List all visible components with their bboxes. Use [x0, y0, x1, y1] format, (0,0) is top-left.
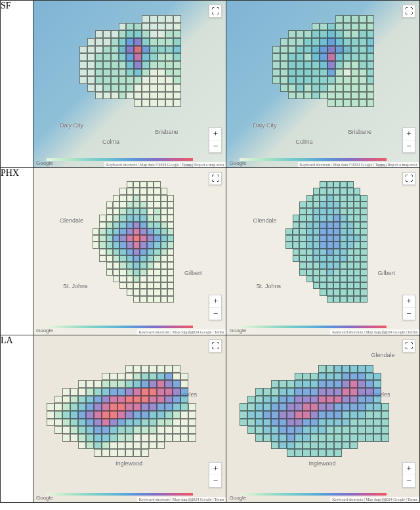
- heatmap-cell: [103, 61, 111, 69]
- heatmap-cell: [306, 255, 313, 262]
- heatmap-cell: [93, 249, 99, 255]
- fullscreen-button[interactable]: ⛶: [402, 339, 415, 352]
- heatmap-cell: [47, 449, 54, 457]
- heatmap-cell: [247, 380, 255, 388]
- heatmap-cell: [389, 411, 397, 419]
- heatmap-cell: [62, 419, 70, 427]
- heatmap-cell: [93, 202, 99, 208]
- heatmap-cell: [125, 396, 133, 404]
- fullscreen-button[interactable]: ⛶: [402, 5, 415, 18]
- heatmap-cell: [119, 76, 127, 84]
- heatmap-cell: [306, 188, 313, 194]
- zoom-in-button[interactable]: +: [403, 295, 415, 308]
- heatmap-cell: [272, 61, 280, 69]
- heatmap-cell: [389, 396, 397, 404]
- fullscreen-button[interactable]: ⛶: [209, 339, 222, 352]
- heatmap-cell: [188, 380, 196, 388]
- heatmap-cell: [279, 403, 287, 411]
- heatmap-cell: [296, 69, 304, 77]
- heatmap-cell: [140, 195, 146, 202]
- heatmap-cell: [125, 411, 133, 419]
- zoom-in-button[interactable]: +: [403, 463, 415, 475]
- heatmap-cell: [113, 188, 119, 194]
- heatmap-cell: [359, 92, 367, 100]
- heatmap-cell: [335, 38, 343, 46]
- heatmap-cell: [150, 53, 158, 61]
- city-label: St. Johns: [256, 283, 281, 289]
- heatmap-cell: [165, 380, 173, 388]
- heatmap-cell: [110, 411, 117, 419]
- heatmap-cell: [196, 411, 204, 419]
- heatmap-cell: [306, 181, 313, 188]
- heatmap-cell: [347, 208, 354, 215]
- zoom-out-button[interactable]: −: [209, 140, 221, 152]
- zoom-out-button[interactable]: −: [403, 475, 415, 487]
- heatmap-cell: [62, 373, 70, 381]
- heatmap-cell: [333, 269, 340, 276]
- heatmap-cell: [141, 449, 149, 457]
- heatmap-cell: [125, 373, 133, 381]
- heatmap-cell: [295, 419, 303, 427]
- heatmap-cell: [188, 449, 196, 457]
- heatmap-cell: [280, 23, 288, 31]
- heatmap-cell: [304, 99, 312, 107]
- heatmap-cell: [288, 76, 296, 84]
- heatmap-cell: [343, 69, 351, 77]
- heatmap-cell: [354, 242, 360, 248]
- heatmap-cell: [62, 426, 70, 434]
- heatmap-cell: [188, 403, 196, 411]
- heatmap-cell: [140, 282, 146, 289]
- heatmap-cell: [102, 426, 110, 434]
- heatmap-cell: [117, 388, 125, 396]
- heatmap-cell: [95, 84, 103, 92]
- heatmap-cell: [95, 76, 103, 84]
- heatmap-cell: [119, 289, 126, 295]
- heatmap-cell: [320, 92, 327, 100]
- heatmap-cell: [280, 30, 288, 38]
- heatmap-cell: [343, 23, 351, 31]
- heatmap-cell: [272, 23, 280, 31]
- heatmap-cell: [111, 92, 119, 100]
- heatmap-cell: [79, 99, 87, 107]
- heatmap-cell: [296, 84, 304, 92]
- fullscreen-button[interactable]: ⛶: [209, 5, 222, 18]
- heatmap-cell: [54, 380, 62, 388]
- heatmap-cell: [318, 449, 326, 457]
- zoom-in-button[interactable]: +: [403, 128, 415, 140]
- heatmap-cell: [134, 69, 142, 77]
- heatmap-cell: [78, 411, 86, 419]
- heatmap-cell: [180, 426, 188, 434]
- zoom-out-button[interactable]: −: [209, 475, 221, 487]
- heatmap-cell: [334, 411, 342, 419]
- zoom-out-button[interactable]: −: [403, 308, 415, 320]
- heatmap-cell: [287, 365, 295, 373]
- heatmap-cell: [263, 442, 271, 450]
- heatmap-cell: [47, 434, 54, 442]
- heatmap-cell: [285, 195, 292, 202]
- heatmap-cell: [285, 282, 292, 289]
- heatmap-cell: [354, 228, 360, 235]
- zoom-out-button[interactable]: −: [403, 140, 415, 152]
- heatmap-cell: [306, 242, 313, 248]
- heatmap-cell: [161, 262, 167, 268]
- heatmap-cell: [149, 411, 157, 419]
- heatmap-cell: [154, 242, 160, 248]
- heatmap-cell: [180, 419, 188, 427]
- heatmap-cell: [351, 23, 359, 31]
- zoom-out-button[interactable]: −: [209, 308, 221, 320]
- heatmap-cell: [78, 380, 86, 388]
- heatmap-cell: [142, 84, 150, 92]
- zoom-in-button[interactable]: +: [209, 295, 221, 308]
- heatmap-cell: [161, 235, 167, 242]
- heatmap-cell: [313, 181, 320, 188]
- heatmap-cell: [93, 269, 99, 276]
- heatmap-cell: [154, 255, 160, 262]
- heatmap-cell: [150, 69, 158, 77]
- heatmap-cell: [125, 365, 133, 373]
- zoom-in-button[interactable]: +: [209, 128, 221, 140]
- zoom-in-button[interactable]: +: [209, 463, 221, 475]
- zoom-controls: + −: [209, 295, 222, 320]
- fullscreen-button[interactable]: ⛶: [209, 172, 222, 185]
- fullscreen-button[interactable]: ⛶: [402, 172, 415, 185]
- heatmap-cell: [127, 242, 133, 248]
